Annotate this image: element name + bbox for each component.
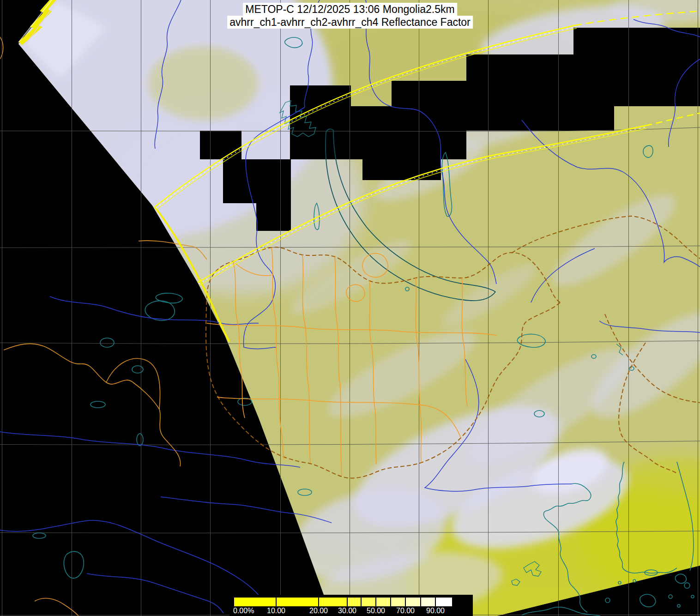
- colorbar-segment: [234, 598, 277, 606]
- colorbar-label: 0.00%: [233, 607, 254, 615]
- title-line-1: METOP-C 12/12/2025 13:06 Mongolia2.5km: [243, 3, 457, 16]
- colorbar-segment: [376, 598, 391, 606]
- colorbar-label: 70.00: [396, 607, 415, 615]
- colorbar-segment: [277, 598, 319, 606]
- satellite-map-canvas: [0, 0, 700, 616]
- colorbar-label: 50.00: [367, 607, 385, 615]
- colorbar-segment: [391, 598, 406, 606]
- colorbar-label: 10.00: [267, 607, 285, 615]
- colorbar-segment: [362, 598, 376, 606]
- colorbar-label: 20.00: [309, 607, 328, 615]
- colorbar-segment: [421, 598, 436, 606]
- colorbar-segment: [406, 598, 421, 606]
- colorbar-segment: [436, 598, 452, 606]
- colorbar-label: 90.00: [426, 607, 445, 615]
- colorbar-segment: [348, 598, 362, 606]
- colorbar: 0.00%10.0020.0030.0050.0070.0090.00: [229, 595, 473, 616]
- colorbar-segment: [319, 598, 348, 606]
- satellite-image-viewer: METOP-C 12/12/2025 13:06 Mongolia2.5km a…: [0, 0, 700, 616]
- map-title: METOP-C 12/12/2025 13:06 Mongolia2.5km a…: [227, 3, 473, 29]
- colorbar-label: 30.00: [338, 607, 356, 615]
- colorbar-scale: [234, 597, 453, 607]
- title-line-2: avhrr_ch1-avhrr_ch2-avhrr_ch4 Reflectanc…: [227, 16, 473, 29]
